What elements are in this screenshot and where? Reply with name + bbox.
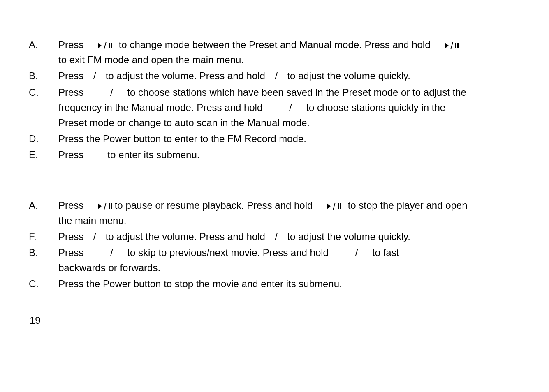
list-marker: A.	[29, 198, 58, 228]
play-pause-icon: /	[445, 41, 459, 51]
list-marker: D.	[29, 131, 58, 146]
text-segment: the main menu.	[58, 215, 126, 226]
play-triangle-icon	[98, 203, 102, 209]
text-segment: frequency in the Manual mode. Press and …	[58, 102, 262, 113]
list-item-body: Press / to adjust the volume. Press and …	[58, 229, 524, 244]
text-segment: /	[107, 87, 113, 98]
text-segment: to adjust the volume quickly.	[285, 70, 410, 81]
text-segment: Press	[58, 231, 86, 242]
list-item: F.Press / to adjust the volume. Press an…	[29, 229, 524, 244]
text-segment: Press	[58, 39, 83, 50]
text-segment: /	[272, 70, 280, 81]
list-item: A.Press/ to change mode between the Pres…	[29, 37, 524, 67]
instruction-list-2: A.Press/ to pause or resume playback. Pr…	[29, 198, 524, 292]
text-segment: /	[90, 70, 99, 81]
text-segment: Press	[58, 149, 83, 160]
text-segment: /	[286, 102, 292, 113]
play-triangle-icon	[327, 203, 331, 209]
text-segment: to fast	[369, 247, 399, 258]
text-segment: Press	[58, 247, 83, 258]
slash-icon: /	[450, 41, 454, 51]
list-marker: A.	[29, 37, 58, 67]
list-item: C.Press / to choose stations which have …	[29, 85, 524, 131]
play-pause-icon: /	[327, 201, 341, 211]
slash-icon: /	[103, 201, 107, 211]
text-segment: Press	[58, 200, 83, 211]
text-segment: to change mode between the Preset and Ma…	[116, 39, 431, 50]
text-segment: /	[352, 247, 358, 258]
list-marker: F.	[29, 229, 58, 244]
list-item: A.Press/ to pause or resume playback. Pr…	[29, 198, 524, 228]
text-segment: Press the Power button to enter to the F…	[58, 133, 306, 144]
list-item-body: Press / to skip to previous/next movie. …	[58, 245, 524, 275]
text-segment: to enter its submenu.	[107, 149, 199, 160]
text-segment: Press the Power button to stop the movie…	[58, 278, 342, 289]
slash-icon: /	[332, 201, 336, 211]
text-segment: to stop the player and open	[345, 200, 468, 211]
play-triangle-icon	[445, 43, 449, 48]
list-item-body: Press the Power button to enter to the F…	[58, 131, 524, 146]
list-item-body: Press / to adjust the volume. Press and …	[58, 68, 524, 83]
text-segment: /	[272, 231, 280, 242]
text-segment: Press	[58, 87, 83, 98]
text-segment: /	[107, 247, 113, 258]
slash-icon: /	[103, 41, 107, 51]
list-item-body: Press / to choose stations which have be…	[58, 85, 524, 131]
pause-icon	[338, 203, 341, 209]
list-marker: C.	[29, 276, 58, 291]
text-segment: to exit FM mode and open the main menu.	[58, 54, 244, 65]
text-segment: Preset mode or change to auto scan in th…	[58, 117, 310, 128]
list-marker: E.	[29, 147, 58, 162]
list-item-body: Pressto enter its submenu.	[58, 147, 524, 162]
list-item: B.Press / to adjust the volume. Press an…	[29, 68, 524, 83]
text-segment: to choose stations quickly in the	[303, 102, 446, 113]
list-item: B.Press / to skip to previous/next movie…	[29, 245, 524, 275]
list-marker: B.	[29, 68, 58, 83]
pause-icon	[455, 43, 459, 48]
text-segment: to adjust the volume quickly.	[285, 231, 410, 242]
list-item: C.Press the Power button to stop the mov…	[29, 276, 524, 291]
text-segment: to choose stations which have been saved…	[125, 87, 466, 98]
text-segment: to adjust the volume. Press and hold	[103, 70, 268, 81]
instruction-list-1: A.Press/ to change mode between the Pres…	[29, 37, 524, 163]
text-segment: backwards or forwards.	[58, 262, 160, 273]
list-item-body: Press/ to pause or resume playback. Pres…	[58, 198, 524, 228]
text-segment: /	[90, 231, 99, 242]
page: A.Press/ to change mode between the Pres…	[0, 0, 549, 343]
text-segment: to pause or resume playback. Press and h…	[112, 200, 313, 211]
text-segment: to adjust the volume. Press and hold	[103, 231, 268, 242]
text-segment: to skip to previous/next movie. Press an…	[125, 247, 329, 258]
list-item: E.Pressto enter its submenu.	[29, 147, 524, 162]
page-number: 19	[30, 313, 41, 328]
play-pause-icon: /	[98, 41, 112, 51]
pause-icon	[109, 203, 112, 209]
list-item: D.Press the Power button to enter to the…	[29, 131, 524, 146]
play-pause-icon: /	[98, 201, 112, 211]
text-segment: Press	[58, 70, 86, 81]
pause-icon	[109, 43, 112, 48]
list-marker: B.	[29, 245, 58, 275]
list-item-body: Press/ to change mode between the Preset…	[58, 37, 524, 67]
list-item-body: Press the Power button to stop the movie…	[58, 276, 524, 291]
play-triangle-icon	[98, 43, 102, 48]
list-marker: C.	[29, 85, 58, 131]
